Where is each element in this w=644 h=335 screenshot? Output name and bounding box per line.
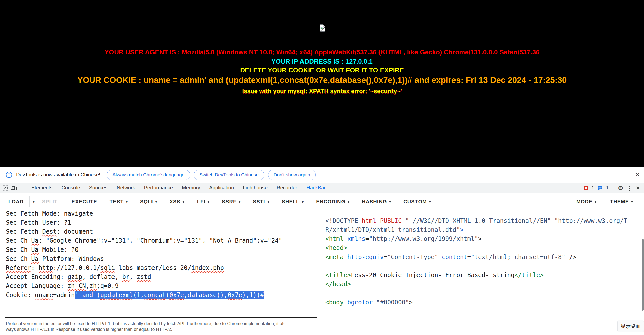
text-segment bbox=[402, 217, 405, 224]
text-segment: "Content-Type" bbox=[387, 254, 438, 261]
text-segment: ://127.0.0.1/ bbox=[53, 264, 100, 271]
error-count: 1 bbox=[592, 185, 594, 191]
mode-menu-button[interactable]: MODE▾ bbox=[576, 199, 596, 205]
text-segment: Ua bbox=[31, 246, 39, 253]
custom-menu-button[interactable]: CUSTOM▾ bbox=[403, 199, 431, 205]
response-source-view: <!DOCTYPE html PUBLIC "-//W3C//DTD XHTML… bbox=[325, 216, 640, 307]
text-segment: "-//W3C//DTD XHTML 1.0 Transitional//EN" bbox=[405, 217, 551, 224]
request-header-line[interactable]: Sec-Ch-Ua-Platform: Windows bbox=[6, 254, 318, 263]
hackbar-menus: TEST▾SQLI▾XSS▾LFI▾SSRF▾SSTI▾SHELL▾ENCODI… bbox=[110, 199, 431, 205]
response-source-line: <body bgcolor="#000000"> bbox=[325, 298, 640, 307]
text-segment: , deflate, bbox=[82, 273, 122, 280]
text-segment: ;q=0.9 bbox=[97, 282, 119, 289]
issue-count: 1 bbox=[606, 185, 609, 191]
text-segment: Less-20 Cookie Injection- Error Based- s… bbox=[351, 272, 514, 279]
request-header-line[interactable]: Cookie: uname=admin' and (updatexml(1,co… bbox=[6, 290, 318, 300]
hashing-menu-button[interactable]: HASHING▾ bbox=[362, 199, 391, 205]
ssrf-menu-button[interactable]: SSRF▾ bbox=[222, 199, 240, 205]
chevron-down-icon: ▾ bbox=[631, 200, 633, 204]
text-segment: "text/html; charset=utf-8" bbox=[471, 254, 565, 261]
notification-message: DevTools is now available in Chinese! bbox=[16, 172, 100, 178]
request-header-line[interactable]: Accept-Encoding: gzip, deflate, br, zstd bbox=[6, 272, 318, 281]
text-segment: Cookie: bbox=[6, 291, 35, 299]
chevron-down-icon: ▾ bbox=[208, 200, 209, 204]
load-dropdown-icon[interactable]: ▾ bbox=[33, 200, 35, 204]
text-segment: = bbox=[467, 254, 471, 261]
text-segment: 0x7e bbox=[228, 291, 242, 299]
device-toolbar-icon[interactable] bbox=[11, 185, 17, 191]
text-segment: zh-CN bbox=[68, 282, 86, 289]
ssti-menu-button[interactable]: SSTI▾ bbox=[253, 199, 269, 205]
tab-performance[interactable]: Performance bbox=[140, 183, 178, 193]
text-segment: PUBLIC bbox=[380, 217, 402, 224]
notification-button-1[interactable]: Always match Chrome's language bbox=[107, 170, 190, 180]
tab-lighthouse[interactable]: Lighthouse bbox=[238, 183, 272, 193]
text-segment: Sec-Fetch-Mode: navigate bbox=[6, 210, 93, 217]
text-segment bbox=[376, 217, 380, 224]
execute-button[interactable]: EXECUTE bbox=[71, 199, 97, 205]
notification-button-3[interactable]: Don't show again bbox=[268, 170, 316, 180]
broken-image-icon bbox=[319, 24, 326, 33]
request-header-line[interactable]: Referer: http://127.0.0.1/sqli-labs-mast… bbox=[6, 263, 318, 272]
request-header-line[interactable]: Sec-Fetch-User: ?1 bbox=[6, 218, 318, 227]
xss-menu-label: XSS bbox=[170, 199, 180, 205]
notification-button-2[interactable]: Switch DevTools to Chinese bbox=[194, 170, 264, 180]
text-segment: Accept-Encoding: bbox=[6, 273, 68, 280]
response-source-line bbox=[325, 262, 640, 271]
request-header-line[interactable]: Sec-Ch-Ua: "Google Chrome";v="131", "Chr… bbox=[6, 236, 318, 245]
lfi-menu-button[interactable]: LFI▾ bbox=[197, 199, 209, 205]
shell-menu-button[interactable]: SHELL▾ bbox=[282, 199, 304, 205]
request-header-line[interactable]: Accept-Language: zh-CN,zh;q=0.9 bbox=[6, 281, 318, 290]
tab-hackbar[interactable]: HackBar bbox=[302, 183, 330, 193]
text-segment: (1, bbox=[133, 291, 144, 299]
text-segment: index.php bbox=[191, 264, 224, 271]
text-segment: R/xhtml1/DTD/xhtml1-transitional.dtd" bbox=[325, 226, 460, 233]
request-header-line[interactable]: Sec-Fetch-Mode: navigate bbox=[6, 209, 318, 218]
tab-application[interactable]: Application bbox=[205, 183, 238, 193]
load-button[interactable]: LOAD bbox=[8, 199, 24, 205]
xss-menu-button[interactable]: XSS▾ bbox=[170, 199, 184, 205]
mode-menu-label: MODE bbox=[576, 199, 592, 205]
request-headers-editor[interactable]: Sec-Fetch-Mode: navigateSec-Fetch-User: … bbox=[6, 209, 318, 300]
toolbar-divider bbox=[25, 185, 25, 192]
text-segment: ,database(), bbox=[184, 291, 228, 299]
chevron-down-icon: ▾ bbox=[429, 200, 431, 204]
tab-network[interactable]: Network bbox=[112, 183, 139, 193]
cookie-value-line: YOUR COOKIE : uname = admin' and (update… bbox=[0, 75, 644, 85]
tab-elements[interactable]: Elements bbox=[27, 183, 57, 193]
text-segment: 0x7e bbox=[169, 291, 184, 299]
settings-gear-icon[interactable]: ⚙ bbox=[618, 185, 623, 191]
vertical-scrollbar[interactable] bbox=[642, 239, 644, 311]
test-menu-button[interactable]: TEST▾ bbox=[110, 199, 128, 205]
request-header-line[interactable]: Sec-Fetch-Dest: document bbox=[6, 227, 318, 236]
error-badge-icon[interactable]: ✕ bbox=[584, 186, 588, 190]
text-segment: updatexml bbox=[100, 291, 133, 299]
request-header-line[interactable]: Sec-Ch-Ua-Mobile: ?0 bbox=[6, 245, 318, 254]
text-segment: zh bbox=[89, 282, 97, 289]
sqli-menu-button[interactable]: SQLI▾ bbox=[140, 199, 157, 205]
devtools-tabs: ElementsConsoleSourcesNetworkPerformance… bbox=[27, 183, 330, 193]
text-segment: content bbox=[442, 254, 467, 261]
text-segment: -Platform: Windows bbox=[39, 255, 104, 262]
issues-icon[interactable] bbox=[597, 186, 603, 190]
chevron-down-icon: ▾ bbox=[389, 200, 391, 204]
devtools-close-icon[interactable]: ✕ bbox=[636, 185, 640, 191]
text-segment: <head> bbox=[325, 244, 347, 252]
theme-menu-button[interactable]: THEME▾ bbox=[610, 199, 633, 205]
text-segment: = bbox=[384, 254, 387, 261]
chevron-down-icon: ▾ bbox=[239, 200, 240, 204]
text-segment: http bbox=[39, 264, 53, 271]
inspect-element-icon[interactable] bbox=[3, 185, 8, 191]
lfi-menu-label: LFI bbox=[197, 199, 205, 205]
toolbar-divider bbox=[29, 196, 30, 207]
tab-memory[interactable]: Memory bbox=[177, 183, 205, 193]
show-desktop-button[interactable]: 显示桌面 bbox=[617, 320, 644, 332]
notification-close-icon[interactable]: ✕ bbox=[635, 172, 640, 178]
encoding-menu-button[interactable]: ENCODING▾ bbox=[316, 199, 349, 205]
tab-console[interactable]: Console bbox=[57, 183, 84, 193]
tab-sources[interactable]: Sources bbox=[85, 183, 112, 193]
tab-recorder[interactable]: Recorder bbox=[272, 183, 302, 193]
more-options-icon[interactable]: ⋮ bbox=[626, 185, 632, 191]
split-button: SPLIT bbox=[42, 199, 58, 205]
theme-menu-label: THEME bbox=[610, 199, 629, 205]
